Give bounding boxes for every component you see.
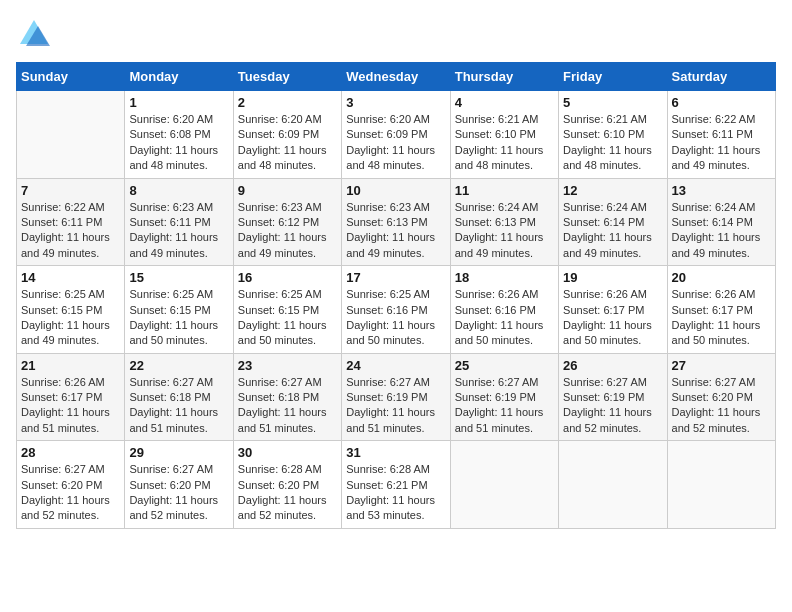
day-info: Sunrise: 6:21 AMSunset: 6:10 PMDaylight:… — [455, 112, 554, 174]
calendar-cell: 8Sunrise: 6:23 AMSunset: 6:11 PMDaylight… — [125, 178, 233, 266]
day-number: 2 — [238, 95, 337, 110]
calendar-cell: 19Sunrise: 6:26 AMSunset: 6:17 PMDayligh… — [559, 266, 667, 354]
day-info: Sunrise: 6:27 AMSunset: 6:18 PMDaylight:… — [238, 375, 337, 437]
weekday-header-tuesday: Tuesday — [233, 63, 341, 91]
day-number: 11 — [455, 183, 554, 198]
day-number: 10 — [346, 183, 445, 198]
day-number: 26 — [563, 358, 662, 373]
day-number: 29 — [129, 445, 228, 460]
day-number: 23 — [238, 358, 337, 373]
day-number: 4 — [455, 95, 554, 110]
day-info: Sunrise: 6:23 AMSunset: 6:12 PMDaylight:… — [238, 200, 337, 262]
day-number: 30 — [238, 445, 337, 460]
calendar-cell: 12Sunrise: 6:24 AMSunset: 6:14 PMDayligh… — [559, 178, 667, 266]
day-number: 18 — [455, 270, 554, 285]
calendar-cell: 21Sunrise: 6:26 AMSunset: 6:17 PMDayligh… — [17, 353, 125, 441]
calendar-cell: 14Sunrise: 6:25 AMSunset: 6:15 PMDayligh… — [17, 266, 125, 354]
calendar-cell — [17, 91, 125, 179]
day-info: Sunrise: 6:27 AMSunset: 6:19 PMDaylight:… — [563, 375, 662, 437]
day-info: Sunrise: 6:27 AMSunset: 6:20 PMDaylight:… — [21, 462, 120, 524]
day-info: Sunrise: 6:24 AMSunset: 6:14 PMDaylight:… — [563, 200, 662, 262]
day-info: Sunrise: 6:22 AMSunset: 6:11 PMDaylight:… — [672, 112, 771, 174]
day-info: Sunrise: 6:27 AMSunset: 6:19 PMDaylight:… — [346, 375, 445, 437]
day-number: 20 — [672, 270, 771, 285]
calendar-week-row: 14Sunrise: 6:25 AMSunset: 6:15 PMDayligh… — [17, 266, 776, 354]
calendar-cell: 10Sunrise: 6:23 AMSunset: 6:13 PMDayligh… — [342, 178, 450, 266]
calendar-cell: 30Sunrise: 6:28 AMSunset: 6:20 PMDayligh… — [233, 441, 341, 529]
calendar-cell: 15Sunrise: 6:25 AMSunset: 6:15 PMDayligh… — [125, 266, 233, 354]
day-number: 14 — [21, 270, 120, 285]
day-number: 25 — [455, 358, 554, 373]
calendar-week-row: 21Sunrise: 6:26 AMSunset: 6:17 PMDayligh… — [17, 353, 776, 441]
day-number: 7 — [21, 183, 120, 198]
calendar-cell: 1Sunrise: 6:20 AMSunset: 6:08 PMDaylight… — [125, 91, 233, 179]
calendar-cell: 7Sunrise: 6:22 AMSunset: 6:11 PMDaylight… — [17, 178, 125, 266]
calendar-cell: 2Sunrise: 6:20 AMSunset: 6:09 PMDaylight… — [233, 91, 341, 179]
page-header — [16, 16, 776, 52]
day-info: Sunrise: 6:28 AMSunset: 6:20 PMDaylight:… — [238, 462, 337, 524]
calendar-week-row: 1Sunrise: 6:20 AMSunset: 6:08 PMDaylight… — [17, 91, 776, 179]
calendar-cell: 23Sunrise: 6:27 AMSunset: 6:18 PMDayligh… — [233, 353, 341, 441]
day-number: 5 — [563, 95, 662, 110]
day-number: 6 — [672, 95, 771, 110]
day-info: Sunrise: 6:23 AMSunset: 6:11 PMDaylight:… — [129, 200, 228, 262]
day-info: Sunrise: 6:25 AMSunset: 6:16 PMDaylight:… — [346, 287, 445, 349]
day-info: Sunrise: 6:20 AMSunset: 6:09 PMDaylight:… — [238, 112, 337, 174]
day-info: Sunrise: 6:27 AMSunset: 6:20 PMDaylight:… — [129, 462, 228, 524]
calendar-cell: 24Sunrise: 6:27 AMSunset: 6:19 PMDayligh… — [342, 353, 450, 441]
weekday-header-saturday: Saturday — [667, 63, 775, 91]
calendar-cell: 16Sunrise: 6:25 AMSunset: 6:15 PMDayligh… — [233, 266, 341, 354]
day-info: Sunrise: 6:22 AMSunset: 6:11 PMDaylight:… — [21, 200, 120, 262]
calendar-cell: 9Sunrise: 6:23 AMSunset: 6:12 PMDaylight… — [233, 178, 341, 266]
day-number: 24 — [346, 358, 445, 373]
calendar-cell — [559, 441, 667, 529]
calendar-cell: 31Sunrise: 6:28 AMSunset: 6:21 PMDayligh… — [342, 441, 450, 529]
day-info: Sunrise: 6:25 AMSunset: 6:15 PMDaylight:… — [21, 287, 120, 349]
day-number: 28 — [21, 445, 120, 460]
day-number: 31 — [346, 445, 445, 460]
day-number: 3 — [346, 95, 445, 110]
day-number: 13 — [672, 183, 771, 198]
day-info: Sunrise: 6:21 AMSunset: 6:10 PMDaylight:… — [563, 112, 662, 174]
calendar-cell: 5Sunrise: 6:21 AMSunset: 6:10 PMDaylight… — [559, 91, 667, 179]
day-number: 19 — [563, 270, 662, 285]
calendar-cell: 27Sunrise: 6:27 AMSunset: 6:20 PMDayligh… — [667, 353, 775, 441]
day-number: 12 — [563, 183, 662, 198]
calendar-cell: 26Sunrise: 6:27 AMSunset: 6:19 PMDayligh… — [559, 353, 667, 441]
calendar-cell: 13Sunrise: 6:24 AMSunset: 6:14 PMDayligh… — [667, 178, 775, 266]
calendar-week-row: 7Sunrise: 6:22 AMSunset: 6:11 PMDaylight… — [17, 178, 776, 266]
day-info: Sunrise: 6:20 AMSunset: 6:09 PMDaylight:… — [346, 112, 445, 174]
weekday-header-monday: Monday — [125, 63, 233, 91]
logo-icon — [16, 16, 52, 52]
day-info: Sunrise: 6:26 AMSunset: 6:17 PMDaylight:… — [672, 287, 771, 349]
logo — [16, 16, 56, 52]
day-number: 15 — [129, 270, 228, 285]
day-info: Sunrise: 6:26 AMSunset: 6:17 PMDaylight:… — [563, 287, 662, 349]
weekday-header-thursday: Thursday — [450, 63, 558, 91]
day-info: Sunrise: 6:24 AMSunset: 6:14 PMDaylight:… — [672, 200, 771, 262]
day-info: Sunrise: 6:27 AMSunset: 6:18 PMDaylight:… — [129, 375, 228, 437]
weekday-header-friday: Friday — [559, 63, 667, 91]
calendar-cell: 22Sunrise: 6:27 AMSunset: 6:18 PMDayligh… — [125, 353, 233, 441]
day-info: Sunrise: 6:20 AMSunset: 6:08 PMDaylight:… — [129, 112, 228, 174]
calendar-cell: 11Sunrise: 6:24 AMSunset: 6:13 PMDayligh… — [450, 178, 558, 266]
weekday-header-row: SundayMondayTuesdayWednesdayThursdayFrid… — [17, 63, 776, 91]
day-number: 8 — [129, 183, 228, 198]
calendar-cell: 29Sunrise: 6:27 AMSunset: 6:20 PMDayligh… — [125, 441, 233, 529]
calendar-cell: 6Sunrise: 6:22 AMSunset: 6:11 PMDaylight… — [667, 91, 775, 179]
day-info: Sunrise: 6:23 AMSunset: 6:13 PMDaylight:… — [346, 200, 445, 262]
day-number: 21 — [21, 358, 120, 373]
day-info: Sunrise: 6:27 AMSunset: 6:19 PMDaylight:… — [455, 375, 554, 437]
day-info: Sunrise: 6:24 AMSunset: 6:13 PMDaylight:… — [455, 200, 554, 262]
day-number: 16 — [238, 270, 337, 285]
calendar-cell: 20Sunrise: 6:26 AMSunset: 6:17 PMDayligh… — [667, 266, 775, 354]
calendar-cell: 18Sunrise: 6:26 AMSunset: 6:16 PMDayligh… — [450, 266, 558, 354]
calendar-cell: 3Sunrise: 6:20 AMSunset: 6:09 PMDaylight… — [342, 91, 450, 179]
day-number: 9 — [238, 183, 337, 198]
calendar-cell — [450, 441, 558, 529]
calendar-cell — [667, 441, 775, 529]
day-info: Sunrise: 6:28 AMSunset: 6:21 PMDaylight:… — [346, 462, 445, 524]
day-info: Sunrise: 6:27 AMSunset: 6:20 PMDaylight:… — [672, 375, 771, 437]
weekday-header-sunday: Sunday — [17, 63, 125, 91]
day-number: 1 — [129, 95, 228, 110]
